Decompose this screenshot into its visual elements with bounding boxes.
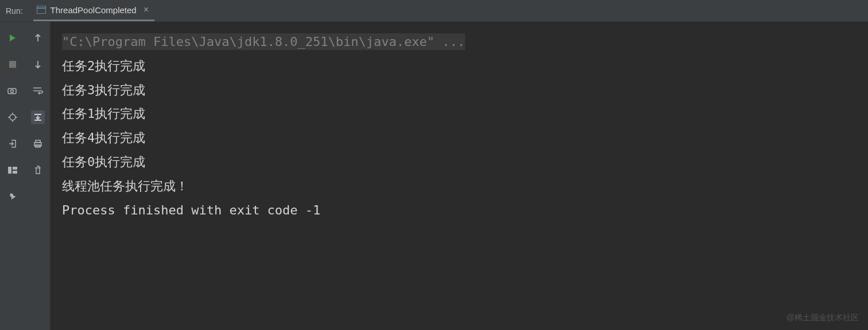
layout-button[interactable] — [6, 163, 20, 177]
output-line: 任务1执行完成 — [62, 102, 857, 126]
close-icon[interactable]: × — [142, 5, 150, 15]
run-label: Run: — [6, 6, 23, 16]
print-button[interactable] — [31, 137, 45, 151]
svg-rect-10 — [8, 167, 11, 174]
application-icon — [37, 5, 46, 14]
output-line: Process finished with exit code -1 — [62, 198, 857, 222]
svg-point-5 — [10, 114, 16, 120]
svg-point-4 — [11, 90, 14, 93]
output-line: 线程池任务执行完成！ — [62, 174, 857, 198]
tab-title: ThreadPoolCompleted — [51, 5, 137, 15]
pin-button[interactable] — [6, 190, 20, 204]
stop-button[interactable] — [6, 57, 20, 71]
rerun-button[interactable] — [6, 31, 20, 45]
svg-rect-0 — [37, 6, 46, 14]
svg-rect-2 — [9, 61, 16, 68]
svg-rect-14 — [36, 140, 40, 143]
left-action-bar — [0, 22, 25, 330]
output-line: 任务3执行完成 — [62, 78, 857, 102]
svg-rect-11 — [13, 167, 17, 170]
command-line: "C:\Program Files\Java\jdk1.8.0_251\bin\… — [62, 30, 857, 54]
scroll-up-button[interactable] — [31, 31, 45, 45]
main-area: "C:\Program Files\Java\jdk1.8.0_251\bin\… — [0, 22, 868, 330]
exit-button[interactable] — [6, 137, 20, 151]
console-action-bar — [25, 22, 51, 330]
watermark: @稀土掘金技术社区 — [786, 313, 859, 323]
scroll-to-end-button[interactable] — [31, 110, 45, 124]
run-tab[interactable]: ThreadPoolCompleted × — [33, 1, 154, 21]
output-line: 任务0执行完成 — [62, 150, 857, 174]
scroll-down-button[interactable] — [31, 57, 45, 71]
dump-threads-button[interactable] — [6, 84, 20, 98]
console-output[interactable]: "C:\Program Files\Java\jdk1.8.0_251\bin\… — [51, 22, 868, 330]
soft-wrap-button[interactable] — [31, 84, 45, 98]
output-line: 任务2执行完成 — [62, 54, 857, 78]
clear-button[interactable] — [31, 163, 45, 177]
output-line: 任务4执行完成 — [62, 126, 857, 150]
debug-button[interactable] — [6, 110, 20, 124]
run-toolbar: Run: ThreadPoolCompleted × — [0, 0, 868, 22]
svg-rect-12 — [13, 171, 17, 174]
